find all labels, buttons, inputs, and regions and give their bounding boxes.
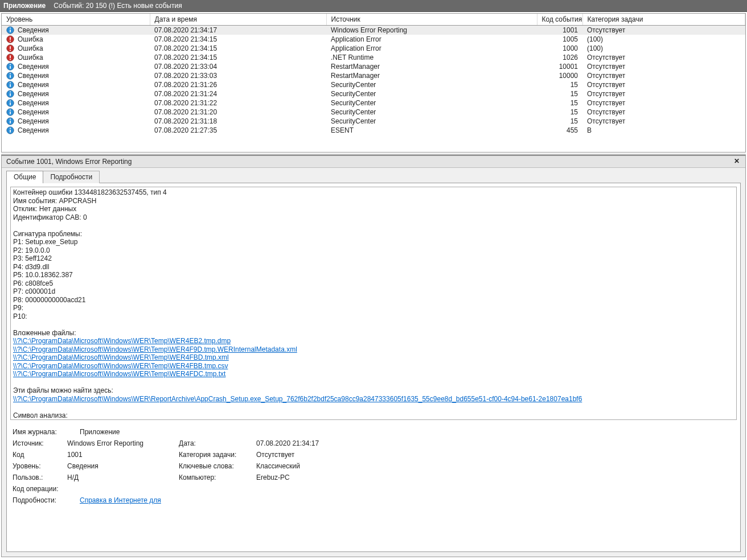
error-icon: [6, 44, 14, 52]
table-row[interactable]: Сведения07.08.2020 21:34:17Windows Error…: [2, 26, 745, 35]
cell-code: 15: [537, 89, 582, 98]
description-line: Вложенные файлы:: [13, 329, 76, 337]
event-properties: Имя журнала: Приложение Источник: Window…: [7, 423, 740, 551]
lbl-user: Пользов.:: [13, 473, 64, 481]
cell-source: SecurityCenter: [326, 117, 537, 126]
titlebar-subtitle: Событий: 20 150 (!) Есть новые события: [54, 2, 182, 10]
info-icon: [6, 72, 14, 80]
val-category: Отсутствует: [256, 451, 484, 459]
cell-category: В: [582, 126, 745, 135]
lbl-level: Уровень:: [13, 462, 64, 470]
description-line: Контейнер ошибки 1334481823632537455, ти…: [13, 188, 167, 196]
lbl-source: Источник:: [13, 439, 64, 447]
table-row[interactable]: Сведения07.08.2020 21:31:18SecurityCente…: [2, 117, 745, 126]
level-text: Сведения: [18, 108, 49, 116]
table-row[interactable]: Сведения07.08.2020 21:27:35ESENT455В: [2, 126, 745, 135]
description-line: Эти файлы можно найти здесь:: [13, 386, 113, 394]
svg-point-14: [10, 64, 11, 65]
cell-category: (100): [582, 44, 745, 53]
description-line: P3: 5eff1242: [13, 254, 52, 262]
cell-code: 1000: [537, 44, 582, 53]
attachment-link[interactable]: \\?\C:\ProgramData\Microsoft\Windows\WER…: [13, 353, 229, 361]
level-text: Ошибка: [18, 44, 43, 52]
col-datetime[interactable]: Дата и время: [150, 14, 326, 26]
cell-source: SecurityCenter: [326, 80, 537, 89]
error-icon: [6, 35, 14, 43]
attachment-link[interactable]: \\?\C:\ProgramData\Microsoft\Windows\WER…: [13, 337, 231, 345]
cell-datetime: 07.08.2020 21:31:18: [150, 117, 326, 126]
attachment-link[interactable]: \\?\C:\ProgramData\Microsoft\Windows\WER…: [13, 345, 297, 353]
attachment-link[interactable]: \\?\C:\ProgramData\Microsoft\Windows\WER…: [13, 395, 582, 403]
cell-datetime: 07.08.2020 21:33:04: [150, 62, 326, 71]
app-title: Приложение: [3, 2, 46, 10]
cell-category: (100): [582, 35, 745, 44]
cell-source: SecurityCenter: [326, 89, 537, 98]
description-line: P10:: [13, 312, 27, 320]
table-row[interactable]: Ошибка07.08.2020 21:34:15Application Err…: [2, 35, 745, 44]
col-level[interactable]: Уровень: [2, 14, 150, 26]
table-row[interactable]: Сведения07.08.2020 21:31:26SecurityCente…: [2, 80, 745, 89]
description-line: P2: 19.0.0.0: [13, 246, 50, 254]
svg-point-2: [10, 27, 11, 28]
table-row[interactable]: Сведения07.08.2020 21:31:22SecurityCente…: [2, 98, 745, 108]
level-text: Сведения: [18, 72, 49, 80]
event-description[interactable]: Контейнер ошибки 1334481823632537455, ти…: [10, 187, 737, 420]
svg-point-17: [10, 73, 11, 74]
level-text: Сведения: [18, 26, 49, 34]
info-icon: [6, 90, 14, 98]
cell-category: Отсутствует: [582, 80, 745, 89]
events-scroll[interactable]: Уровень Дата и время Источник Код событи…: [2, 14, 745, 152]
cell-source: SecurityCenter: [326, 108, 537, 117]
svg-rect-1: [10, 30, 11, 32]
info-icon: [6, 26, 14, 34]
close-icon[interactable]: ✕: [733, 158, 741, 166]
cell-code: 15: [537, 117, 582, 126]
cell-category: Отсутствует: [582, 62, 745, 71]
val-source: Windows Error Reporting: [67, 439, 175, 447]
lbl-log-name: Имя журнала:: [13, 428, 64, 436]
cell-source: SecurityCenter: [326, 98, 537, 108]
table-row[interactable]: Сведения07.08.2020 21:31:20SecurityCente…: [2, 108, 745, 117]
table-row[interactable]: Сведения07.08.2020 21:33:04RestartManage…: [2, 62, 745, 71]
col-code[interactable]: Код события: [537, 14, 582, 26]
cell-datetime: 07.08.2020 21:34:15: [150, 53, 326, 62]
level-text: Сведения: [18, 126, 49, 134]
events-pane: Уровень Дата и время Источник Код событи…: [1, 13, 746, 153]
attachment-link[interactable]: \\?\C:\ProgramData\Microsoft\Windows\WER…: [13, 370, 225, 378]
svg-point-23: [10, 91, 11, 92]
cell-datetime: 07.08.2020 21:27:35: [150, 126, 326, 135]
tab-general[interactable]: Общие: [6, 171, 43, 183]
tab-general-body: Контейнер ошибки 1334481823632537455, ти…: [6, 183, 741, 552]
info-icon: [6, 108, 14, 116]
svg-rect-4: [10, 37, 11, 40]
svg-rect-10: [10, 55, 11, 58]
svg-point-35: [10, 127, 11, 129]
details-pane: Событие 1001, Windows Error Reporting ✕ …: [1, 155, 746, 557]
table-row[interactable]: Ошибка07.08.2020 21:34:15.NET Runtime102…: [2, 53, 745, 62]
attachment-link[interactable]: \\?\C:\ProgramData\Microsoft\Windows\WER…: [13, 362, 228, 370]
description-line: P5: 10.0.18362.387: [13, 271, 73, 279]
link-online-help[interactable]: Справка в Интернете для: [80, 496, 161, 504]
level-text: Ошибка: [18, 35, 43, 43]
level-text: Ошибка: [18, 53, 43, 61]
tab-details[interactable]: Подробности: [43, 171, 100, 183]
cell-category: Отсутствует: [582, 117, 745, 126]
cell-datetime: 07.08.2020 21:34:15: [150, 35, 326, 44]
info-icon: [6, 99, 14, 107]
description-line: P6: c808fce5: [13, 279, 53, 287]
details-tabs: Общие Подробности: [2, 168, 745, 183]
table-row[interactable]: Ошибка07.08.2020 21:34:15Application Err…: [2, 44, 745, 53]
cell-code: 455: [537, 126, 582, 135]
col-category[interactable]: Категория задачи: [582, 14, 745, 26]
table-row[interactable]: Сведения07.08.2020 21:31:24SecurityCente…: [2, 89, 745, 98]
events-table: Уровень Дата и время Источник Код событи…: [2, 14, 745, 135]
cell-source: Application Error: [326, 44, 537, 53]
description-line: Имя события: APPCRASH: [13, 197, 96, 205]
svg-point-29: [10, 109, 11, 110]
col-source[interactable]: Источник: [326, 14, 537, 26]
cell-source: .NET Runtime: [326, 53, 537, 62]
table-row[interactable]: Сведения07.08.2020 21:33:03RestartManage…: [2, 71, 745, 80]
cell-datetime: 07.08.2020 21:31:24: [150, 89, 326, 98]
val-code: 1001: [67, 451, 175, 459]
lbl-computer: Компьютер:: [179, 473, 253, 481]
